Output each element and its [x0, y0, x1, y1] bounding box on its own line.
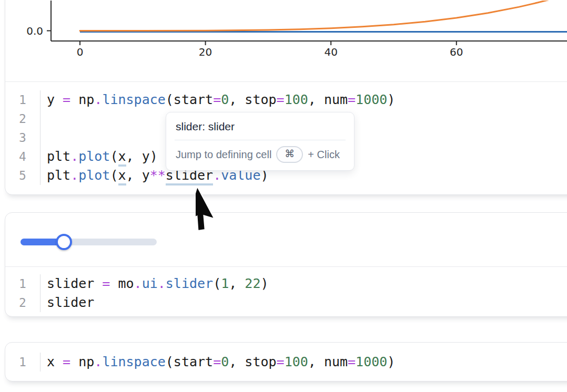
- code-editor[interactable]: 1x = np.linspace(start=0, stop=100, num=…: [5, 343, 567, 381]
- code-token: plot: [78, 168, 110, 183]
- code-token: np: [70, 354, 94, 369]
- mouse-cursor-icon: [196, 185, 238, 238]
- notebook-canvas: 0.00204060 1y = np.linspace(start=0, sto…: [0, 0, 567, 392]
- line-number: 5: [5, 166, 40, 185]
- code-token: np: [70, 92, 94, 107]
- code-token: =: [277, 92, 285, 107]
- code-token: =: [277, 354, 285, 369]
- code-token: 22: [245, 276, 260, 291]
- cell-slider: 1slider = mo.ui.slider(1, 22)2slider: [5, 212, 567, 317]
- code-token: ui: [142, 276, 158, 291]
- code-token: =: [213, 354, 221, 369]
- svg-text:0.0: 0.0: [26, 25, 43, 37]
- code-token: (start: [166, 354, 213, 369]
- svg-text:0: 0: [77, 46, 84, 58]
- code-line[interactable]: 1y = np.linspace(start=0, stop=100, num=…: [5, 90, 567, 109]
- code-token: slider: [166, 276, 213, 291]
- code-token: =: [348, 92, 356, 107]
- code-token: , y): [126, 149, 158, 164]
- code-line[interactable]: 2slider: [5, 293, 567, 312]
- line-number: 4: [5, 147, 40, 166]
- code-token: (start: [166, 92, 213, 107]
- command-key-pill: ⌘: [276, 146, 303, 163]
- code-token: linspace: [102, 354, 165, 369]
- code-token: 0: [221, 354, 229, 369]
- code-token: 1000: [356, 92, 387, 107]
- code-token: .: [94, 92, 102, 107]
- line-number: 3: [5, 128, 40, 147]
- svg-text:40: 40: [324, 46, 337, 58]
- code-token: =: [63, 354, 70, 369]
- slider-handle[interactable]: [56, 234, 72, 250]
- code-token: 100: [285, 354, 308, 369]
- code-token: (: [213, 276, 221, 291]
- code-token: =: [348, 354, 356, 369]
- code-token: plt: [47, 149, 70, 164]
- code-token: .: [158, 276, 166, 291]
- code-token: .: [94, 354, 102, 369]
- jump-to-defining-cell-action[interactable]: Jump to defining cell: [176, 149, 271, 161]
- code-token: , num: [308, 92, 348, 107]
- code-token: ): [260, 276, 268, 291]
- code-token: 0: [221, 92, 229, 107]
- variable-tooltip: slider: slider Jump to defining cell ⌘ +…: [166, 112, 355, 171]
- code-token: ): [387, 354, 395, 369]
- code-token: slider: [47, 276, 102, 291]
- code-token: (: [110, 168, 118, 183]
- code-token: (: [110, 149, 118, 164]
- line-number: 1: [5, 90, 40, 109]
- code-token: y: [47, 92, 63, 107]
- code-token: x: [47, 354, 63, 369]
- code-token: , stop: [229, 354, 276, 369]
- svg-text:60: 60: [450, 46, 463, 58]
- line-number: 2: [5, 109, 40, 128]
- code-token: 1: [221, 276, 229, 291]
- code-token: .: [70, 168, 78, 183]
- line-number: 2: [5, 293, 40, 312]
- code-token: , num: [308, 354, 348, 369]
- cell-x-definition: 1x = np.linspace(start=0, stop=100, num=…: [5, 342, 567, 381]
- tooltip-click-suffix: + Click: [308, 149, 340, 161]
- code-token: 1000: [356, 354, 387, 369]
- tooltip-title: slider: slider: [166, 112, 354, 140]
- slider-output: [5, 213, 567, 266]
- slider-control[interactable]: [21, 235, 157, 249]
- code-token: , stop: [229, 92, 276, 107]
- matplotlib-figure: 0.00204060: [5, 1, 567, 81]
- code-token: ): [387, 92, 395, 107]
- reactive-variable-token[interactable]: x: [118, 149, 126, 167]
- code-line[interactable]: 1x = np.linspace(start=0, stop=100, num=…: [5, 353, 567, 372]
- code-token: .: [134, 276, 142, 291]
- code-token: =: [213, 92, 221, 107]
- code-token: =: [63, 92, 70, 107]
- code-token: plot: [78, 149, 110, 164]
- code-token: =: [102, 276, 110, 291]
- code-token: **: [150, 168, 166, 183]
- code-token: 100: [285, 92, 308, 107]
- code-token: plt: [47, 168, 70, 183]
- code-token: linspace: [102, 92, 165, 107]
- reactive-variable-token[interactable]: x: [118, 168, 126, 185]
- code-token: ,: [229, 276, 245, 291]
- svg-text:20: 20: [199, 46, 212, 58]
- code-line[interactable]: 1slider = mo.ui.slider(1, 22): [5, 274, 567, 293]
- code-token: slider: [47, 295, 94, 310]
- plot-output: 0.00204060: [5, 0, 567, 81]
- code-token: , y: [126, 168, 150, 183]
- code-token: mo: [110, 276, 134, 291]
- line-number: 1: [5, 353, 40, 372]
- line-number: 1: [5, 274, 40, 293]
- code-token: .: [70, 149, 78, 164]
- code-editor[interactable]: 1slider = mo.ui.slider(1, 22)2slider: [5, 267, 567, 316]
